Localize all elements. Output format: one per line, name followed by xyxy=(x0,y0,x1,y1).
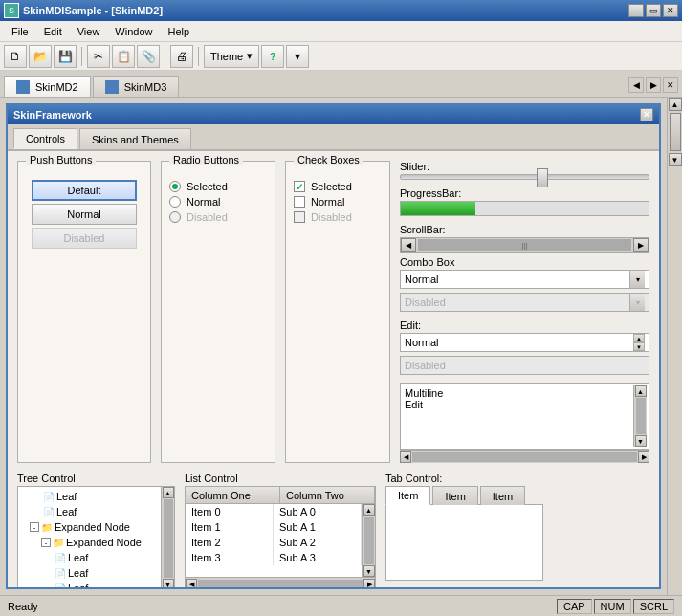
list-cell: Sub A 0 xyxy=(274,504,362,519)
tree-item[interactable]: 📄 Leaf xyxy=(20,504,159,519)
multiline-edit[interactable]: Multiline Edit ▲ ▼ xyxy=(400,383,649,450)
list-row[interactable]: Item 3 Sub A 3 xyxy=(186,550,362,565)
tab-ctrl-item-0[interactable]: Item xyxy=(385,486,430,505)
paste-button[interactable]: 📎 xyxy=(137,45,160,68)
edit-normal[interactable]: Normal ▲ ▼ xyxy=(400,333,649,352)
spin-down[interactable]: ▼ xyxy=(633,342,645,351)
tree-control-label: Tree Control xyxy=(17,473,175,484)
slider-thumb[interactable] xyxy=(537,168,548,187)
combo-normal[interactable]: Normal ▾ xyxy=(400,270,649,289)
combo-disabled-arrow: ▾ xyxy=(629,294,645,311)
tree-item[interactable]: 📄 Leaf xyxy=(20,565,159,581)
list-row[interactable]: Item 0 Sub A 0 xyxy=(186,504,362,519)
edit-spinners[interactable]: ▲ ▼ xyxy=(633,334,645,351)
menu-view[interactable]: View xyxy=(70,24,108,39)
scrollbar-right-arrow[interactable]: ▶ xyxy=(633,238,649,252)
tree-box[interactable]: 📄 Leaf 📄 Leaf - 📁 xyxy=(17,486,175,587)
theme-button[interactable]: Theme ▾ xyxy=(204,45,259,68)
list-vscrollbar[interactable]: ▲ ▼ xyxy=(362,504,375,577)
list-rows: Item 0 Sub A 0 Item 1 Sub A 1 Item 2 Sub… xyxy=(186,504,362,577)
print-button[interactable]: 🖨 xyxy=(170,45,193,68)
dialog-close-button[interactable]: ✕ xyxy=(640,108,653,121)
app-icon: S xyxy=(4,3,19,18)
list-box[interactable]: Column One Column Two Item 0 Sub A 0 Ite xyxy=(185,486,376,587)
outer-tab-label-skinmd2: SkinMD2 xyxy=(35,81,78,93)
tree-scroll-up[interactable]: ▲ xyxy=(163,487,174,498)
list-hscroll-right[interactable]: ▶ xyxy=(363,579,375,588)
list-hscroll-thumb[interactable] xyxy=(198,580,363,588)
tree-item[interactable]: 📄 Leaf xyxy=(20,489,159,504)
inner-tab-skins-themes[interactable]: Skins and Themes xyxy=(79,128,191,149)
tab-nav-prev[interactable]: ◀ xyxy=(628,77,644,93)
radio-normal[interactable]: Normal xyxy=(169,196,267,208)
tree-item-expanded[interactable]: - 📁 Expanded Node xyxy=(20,535,159,550)
skin-framework-dialog: SkinFramework ✕ Controls Skins and Theme… xyxy=(6,103,661,589)
tree-item[interactable]: 📄 Leaf xyxy=(20,550,159,565)
menu-help[interactable]: Help xyxy=(160,24,197,39)
help-button[interactable]: ? xyxy=(261,45,284,68)
minimize-button[interactable]: ─ xyxy=(628,4,644,17)
tree-item-expanded[interactable]: - 📁 Expanded Node xyxy=(20,519,159,535)
tab-nav-close[interactable]: ✕ xyxy=(663,77,678,93)
tab-ctrl-item-2[interactable]: Item xyxy=(480,486,525,505)
multiline-hscrollbar[interactable]: ◀ ▶ xyxy=(400,450,649,463)
tree-vscrollbar[interactable]: ▲ ▼ xyxy=(161,487,174,587)
tab-nav-next[interactable]: ▶ xyxy=(646,77,661,93)
list-scroll-up[interactable]: ▲ xyxy=(363,504,375,516)
inner-tab-controls[interactable]: Controls xyxy=(13,128,77,149)
main-scroll-down[interactable]: ▼ xyxy=(669,153,682,166)
combo-disabled: Disabled ▾ xyxy=(400,293,649,312)
multiline-vscrollbar[interactable]: ▲ ▼ xyxy=(633,385,647,447)
save-button[interactable]: 💾 xyxy=(54,45,77,68)
ml-hscroll-left[interactable]: ◀ xyxy=(400,451,411,463)
list-cell: Sub A 3 xyxy=(274,550,362,565)
new-button[interactable]: 🗋 xyxy=(4,45,27,68)
tree-scroll-thumb[interactable] xyxy=(164,499,173,578)
scrollbar-thumb[interactable]: ||| xyxy=(418,239,631,251)
radio-selected[interactable]: Selected xyxy=(169,181,267,192)
slider-track[interactable] xyxy=(400,174,649,180)
scrollbar-track[interactable]: ◀ ||| ▶ xyxy=(400,237,649,253)
progress-track xyxy=(400,201,649,216)
close-button[interactable]: ✕ xyxy=(663,4,678,17)
tab-ctrl-item-1[interactable]: Item xyxy=(432,486,477,505)
radio-buttons-label: Radio Buttons xyxy=(169,154,243,165)
list-hscrollbar[interactable]: ◀ ▶ xyxy=(186,577,375,587)
ml-scroll-up[interactable]: ▲ xyxy=(635,385,647,397)
tree-scroll-down[interactable]: ▼ xyxy=(163,579,174,587)
combo-dropdown-arrow[interactable]: ▾ xyxy=(629,271,645,288)
cut-button[interactable]: ✂ xyxy=(87,45,110,68)
first-row: Push Buttons Default Normal Disabled xyxy=(17,161,649,463)
main-scroll-up[interactable]: ▲ xyxy=(669,98,682,111)
outer-tab-skinmd2[interactable]: SkinMD2 xyxy=(4,76,91,97)
default-button[interactable]: Default xyxy=(32,180,137,201)
bottom-right-area: Tab Control: Item Item Item xyxy=(385,473,649,587)
tree-item[interactable]: 📄 Leaf xyxy=(20,581,159,587)
checkboxes-label: Check Boxes xyxy=(294,154,363,165)
menu-edit[interactable]: Edit xyxy=(36,24,70,39)
spin-up[interactable]: ▲ xyxy=(633,334,645,342)
main-vscrollbar[interactable]: ▲ ▼ xyxy=(667,98,682,595)
normal-button[interactable]: Normal xyxy=(32,204,137,225)
ml-hscroll-thumb[interactable] xyxy=(412,452,637,462)
extra-button[interactable]: ▾ xyxy=(286,45,309,68)
restore-button[interactable]: ▭ xyxy=(646,4,661,17)
menu-window[interactable]: Window xyxy=(107,24,160,39)
checkbox-selected[interactable]: ✓ Selected xyxy=(294,181,382,192)
ml-hscroll-right[interactable]: ▶ xyxy=(638,451,649,463)
menu-file[interactable]: File xyxy=(4,24,36,39)
list-row[interactable]: Item 1 Sub A 1 xyxy=(186,519,362,535)
list-scroll-thumb[interactable] xyxy=(364,517,374,564)
outer-tab-skinmd3[interactable]: SkinMD3 xyxy=(93,76,180,97)
main-scroll-thumb[interactable] xyxy=(670,113,681,151)
ml-scroll-thumb[interactable] xyxy=(636,398,646,434)
checkbox-normal[interactable]: Normal xyxy=(294,196,382,208)
copy-button[interactable]: 📋 xyxy=(112,45,135,68)
list-hscroll-left[interactable]: ◀ xyxy=(186,579,197,588)
open-button[interactable]: 📂 xyxy=(29,45,52,68)
scrollbar-left-arrow[interactable]: ◀ xyxy=(401,238,416,252)
radio-disabled: Disabled xyxy=(169,211,267,223)
list-row[interactable]: Item 2 Sub A 2 xyxy=(186,535,362,550)
ml-scroll-down[interactable]: ▼ xyxy=(635,435,647,447)
list-scroll-down[interactable]: ▼ xyxy=(363,565,375,577)
